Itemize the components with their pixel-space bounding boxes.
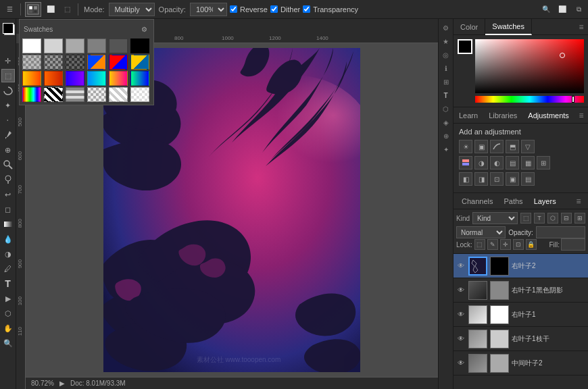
type-tool[interactable]: T [1,277,15,290]
swatch-grad-4[interactable] [87,71,106,86]
lasso-tool[interactable] [1,84,15,97]
tab-libraries[interactable]: Libraries [483,107,522,124]
settings-icon[interactable]: ⚙ [440,22,452,34]
layer-item[interactable]: 👁 右叶子2 [454,254,588,278]
swatch-checker4[interactable] [87,87,106,102]
lock-all-icon[interactable]: 🔒 [526,239,537,250]
info-icon[interactable]: ℹ [440,62,452,74]
plus-icon[interactable]: ⊕ [440,130,452,142]
posterize-icon[interactable]: ◨ [474,172,488,186]
swatch-gray[interactable] [87,38,106,53]
history-brush-tool[interactable]: ↩ [1,188,15,201]
layer-visibility-icon[interactable]: 👁 [456,310,466,319]
invert-icon[interactable]: ◧ [459,172,472,186]
gradient-map-icon[interactable]: ▣ [506,172,519,186]
filter-pixel-icon[interactable]: ⬚ [520,213,531,224]
lock-transparent-icon[interactable]: ⬚ [474,239,485,250]
layer-item[interactable]: 👁 右叶子1 [454,303,588,327]
diamond-icon[interactable]: ◈ [440,116,452,128]
path-select-tool[interactable]: ▶ [1,292,15,305]
arrange-icon[interactable]: ⧉ [572,3,585,16]
tab-layers[interactable]: Layers [529,193,562,209]
selection-tool[interactable]: ⬚ [1,69,15,82]
tab-paths[interactable]: Paths [498,193,528,209]
swatch-checker2[interactable] [44,55,63,70]
swatch-grad-6[interactable] [130,71,149,86]
selective-color-icon[interactable]: ▤ [521,172,535,186]
filter-smart-icon[interactable]: ⊟ [561,213,572,224]
blend-mode-select[interactable]: Normal [456,226,506,238]
swatch-grad-1[interactable] [22,71,41,86]
zoom-tool[interactable]: 🔍 [1,336,15,350]
brush-tool[interactable] [1,158,15,172]
filter-more-icon[interactable]: ⊞ [574,213,585,224]
layer-visibility-icon[interactable]: 👁 [456,261,466,271]
heal-tool[interactable]: ⊕ [1,143,15,157]
reverse-checkbox[interactable] [230,5,237,13]
threshold-icon[interactable]: ⊡ [490,172,504,186]
pen-tool[interactable]: 🖊 [1,262,15,276]
foreground-swatch[interactable] [458,39,472,54]
hue-slider[interactable] [475,96,584,103]
type-icon[interactable]: T [440,89,452,101]
swatch-light-check[interactable] [130,87,149,102]
dither-checkbox[interactable] [270,5,278,13]
brightness-contrast-icon[interactable]: ☀ [459,140,472,153]
brush-preset-icon[interactable] [25,2,41,17]
eyedropper-tool[interactable] [1,128,15,142]
swatch-diag[interactable] [109,87,128,102]
tab-color[interactable]: Color [454,19,485,35]
swatch-grad-3[interactable] [66,71,84,86]
swatch-checker1[interactable] [22,55,41,70]
lock-position-icon[interactable]: ✛ [500,239,511,250]
swatch-red-blue[interactable] [109,55,128,70]
opacity-input[interactable]: 100% [536,226,585,238]
fill-input[interactable]: 100% [561,238,585,251]
levels-icon[interactable]: ▣ [474,140,488,153]
gradient-tool[interactable] [1,217,15,231]
brush-size-icon[interactable]: ⬜ [44,3,57,16]
target-icon[interactable]: ◎ [440,49,452,61]
lock-image-icon[interactable]: ✎ [487,239,498,250]
exposure-icon[interactable]: ⬒ [506,140,519,153]
layer-visibility-icon[interactable]: 👁 [456,334,466,344]
color-balance-icon[interactable]: ◑ [474,156,488,170]
swatch-blue-orange[interactable] [87,55,106,70]
tab-learn[interactable]: Learn [454,107,483,124]
swatch-settings-icon[interactable]: ⚙ [139,24,149,34]
mode-select[interactable]: Multiply [109,3,155,16]
grid-icon[interactable]: ⊞ [440,76,452,88]
lock-artboard-icon[interactable]: ⊡ [513,239,524,250]
layer-item[interactable]: 👁 右叶子1黑色阴影 [454,278,588,303]
swatch-mgray[interactable] [66,38,84,53]
swatch-grad-2[interactable] [44,71,63,86]
color-gradient-picker[interactable] [475,39,584,93]
brush-hardness-icon[interactable]: ⬚ [60,3,74,16]
crop-tool[interactable]: ⬝ [1,113,15,127]
vibrance-icon[interactable]: ▽ [521,140,535,153]
magic-wand-tool[interactable]: ✦ [1,99,15,112]
swatch-zebra[interactable] [44,87,63,102]
channel-mixer-icon[interactable]: ▦ [521,156,535,170]
swatch-grad-5[interactable] [109,71,128,86]
blur-tool[interactable]: 💧 [1,232,15,246]
swatch-gold-blue[interactable] [130,55,149,70]
layer-visibility-icon[interactable]: 👁 [456,286,466,295]
swatch-dgray[interactable] [109,38,128,53]
star-icon[interactable]: ★ [440,35,452,47]
tab-swatches[interactable]: Swatches [485,19,532,35]
adj-panel-menu-icon[interactable]: ≡ [574,111,588,120]
transparency-checkbox[interactable] [303,5,310,13]
swatch-checker3[interactable] [66,55,84,70]
screen-mode-icon[interactable]: ⬜ [556,3,569,16]
tab-channels[interactable]: Channels [456,193,498,209]
color-lookup-icon[interactable]: ⊞ [537,156,550,170]
photo-filter-icon[interactable]: ▤ [506,156,519,170]
opacity-select[interactable]: 100% [190,3,227,16]
move-tool[interactable]: ✛ [1,54,15,68]
filter-adjust-icon[interactable]: T [534,213,545,224]
foreground-color[interactable] [1,22,15,35]
layer-item[interactable]: 👁 中间叶子2 [454,351,588,375]
sparkle-icon[interactable]: ✦ [440,143,452,155]
hand-tool[interactable]: ✋ [1,321,15,335]
